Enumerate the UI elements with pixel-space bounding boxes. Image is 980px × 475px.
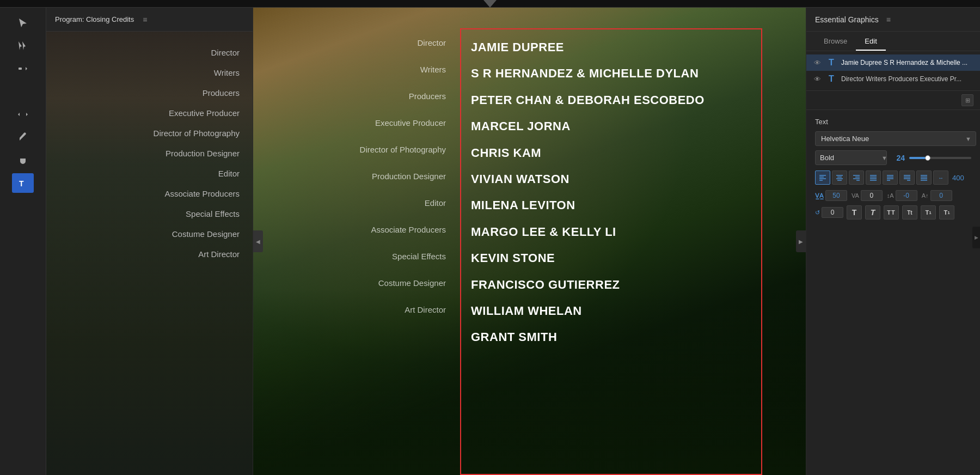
align-justify-btn[interactable] [866,170,881,185]
tracking-va-icon: V̲A̲ [815,192,824,199]
alignment-row-1: ↔ 400 [815,170,971,185]
preview-role-art-director: Art Director [253,296,455,323]
style-bold-btn[interactable]: T [847,205,862,220]
credit-director[interactable]: Director [46,42,253,63]
credit-production-designer[interactable]: Production Designer [46,143,253,163]
align-justify-last-left-btn[interactable] [883,170,898,185]
credit-art-director[interactable]: Art Director [46,244,253,264]
layer-eye-icon[interactable]: 👁 [813,59,822,67]
align-right-btn[interactable] [849,170,864,185]
razor-tool-btn[interactable] [12,82,34,101]
style-italic-btn[interactable]: T [865,205,880,220]
align-justify-last-right-btn[interactable] [899,170,915,185]
center-preview: Director Writers Producers Executive Pro… [253,8,806,475]
align-justify-full-btn[interactable] [916,170,932,185]
credits-scroll[interactable]: Director Writers Producers Executive Pro… [46,32,253,475]
preview-role-editor: Editor [253,190,455,216]
hand-tool-btn[interactable] [12,150,34,170]
top-triangle-icon [483,0,497,8]
rotate-input[interactable] [822,207,843,218]
spacing-row-1: V̲A̲ VA ↕A A↑ [815,190,971,201]
align-center-btn[interactable] [832,170,847,185]
right-outer-collapse-arrow[interactable]: ▶ [972,227,980,248]
name-marcel-jorna: MARCEL JORNA [471,113,795,139]
font-family-select[interactable]: Helvetica Neue [815,131,976,146]
name-william-whelan: WILLIAM WHELAN [471,297,795,324]
tracking-input[interactable] [825,190,847,201]
credit-executive-producer[interactable]: Executive Producer [46,103,253,123]
preview-role-associate-producers: Associate Producers [253,216,455,243]
name-kevin-stone: KEVIN STONE [471,245,795,271]
text-properties-panel: Text Helvetica Neue ▼ Bold ▼ 24 [806,110,980,475]
credit-producers[interactable]: Producers [46,83,253,103]
slip-tool-btn[interactable] [12,105,34,124]
type-tool-btn[interactable]: T [12,173,34,193]
preview-role-writers: Writers [253,56,455,83]
text-width-btn[interactable]: ↔ [933,170,948,185]
left-collapse-arrow[interactable]: ◀ [253,230,263,252]
kerning-va-icon: VA [852,192,859,199]
style-subscript-btn[interactable]: T1 [939,205,954,220]
layer-toolbar: ⊞ [806,91,980,110]
kerning-input[interactable] [861,190,883,201]
kerning-group: VA [852,190,883,201]
credit-writers[interactable]: Writers [46,63,253,83]
font-size-value: 24 [892,154,905,162]
tab-edit[interactable]: Edit [856,32,885,51]
layer-type-icon: T [826,58,837,68]
right-panel-menu-icon[interactable]: ≡ [886,15,891,24]
left-panel-menu-icon[interactable]: ≡ [143,15,147,24]
style-smallcaps-btn[interactable]: Tt [902,205,917,220]
text-section-label: Text [815,118,971,126]
layer-type-icon-2: T [826,74,837,84]
rotate-group: ↺ [815,207,843,218]
layer-options-btn[interactable]: ⊞ [961,94,973,106]
eg-tabs: Browse Edit [806,32,980,51]
main-area: T Program: Closing Credits ≡ Director Wr… [0,8,980,475]
layer-item-roles[interactable]: 👁 T Director Writers Producers Executive… [806,71,980,87]
name-peter-chan: PETER CHAN & DEBORAH ESCOBEDO [471,87,795,113]
baseline-icon: A↑ [922,192,929,199]
name-margo-lee: MARGO LEE & KELLY LI [471,218,795,245]
name-francisco-gutierrez: FRANCISCO GUTIERREZ [471,271,795,297]
tab-browse[interactable]: Browse [815,32,856,51]
preview-names-container[interactable]: JAMIE DUPREE S R HERNANDEZ & MICHELLE DY… [460,8,806,475]
credit-associate-producers[interactable]: Associate Producers [46,184,253,204]
pen-tool-btn[interactable] [12,127,34,147]
font-size-slider[interactable] [909,157,971,159]
right-panel-collapse-arrow[interactable]: ▶ [796,230,806,252]
leading-input[interactable] [896,190,917,201]
baseline-input[interactable] [930,190,952,201]
preview-role-executive-producer: Executive Producer [253,109,455,136]
selection-tool-btn[interactable] [12,13,34,33]
credit-editor[interactable]: Editor [46,163,253,184]
align-left-btn[interactable] [815,170,830,185]
right-panel-header: Essential Graphics ≡ [806,8,980,32]
credit-costume-designer[interactable]: Costume Designer [46,224,253,244]
name-milena-leviton: MILENA LEVITON [471,192,795,218]
right-panel: Essential Graphics ≡ Browse Edit 👁 T Jam… [806,8,980,475]
preview-role-director: Director [253,29,455,56]
font-style-select[interactable]: Bold [815,150,887,165]
left-panel-header: Program: Closing Credits ≡ [46,8,253,32]
layer-eye-icon-2[interactable]: 👁 [813,75,822,83]
style-buttons-row: ↺ T T TT Tt T1 T1 [815,205,971,220]
svg-rect-0 [19,68,22,70]
credit-dop[interactable]: Director of Photography [46,123,253,143]
style-allcaps-btn[interactable]: TT [884,205,899,220]
style-size-row: Bold ▼ 24 [815,150,971,165]
size-slider-thumb [925,155,930,161]
tracking-group: V̲A̲ [815,190,847,201]
style-superscript-btn[interactable]: T1 [921,205,936,220]
track-select-tool-btn[interactable] [12,36,34,56]
credit-special-effects[interactable]: Special Effects [46,204,253,224]
baseline-group: A↑ [922,190,952,201]
preview-role-production-designer: Production Designer [253,163,455,190]
preview-content: Director Writers Producers Executive Pro… [253,8,806,475]
layer-item-names[interactable]: 👁 T Jamie Dupree S R Hernandez & Michell… [806,54,980,71]
right-panel-title: Essential Graphics [815,15,879,24]
layer-names-label: Jamie Dupree S R Hernandez & Michelle ..… [841,59,973,66]
preview-role-producers: Producers [253,83,455,109]
layers-list: 👁 T Jamie Dupree S R Hernandez & Michell… [806,51,980,91]
ripple-edit-tool-btn[interactable] [12,59,34,78]
